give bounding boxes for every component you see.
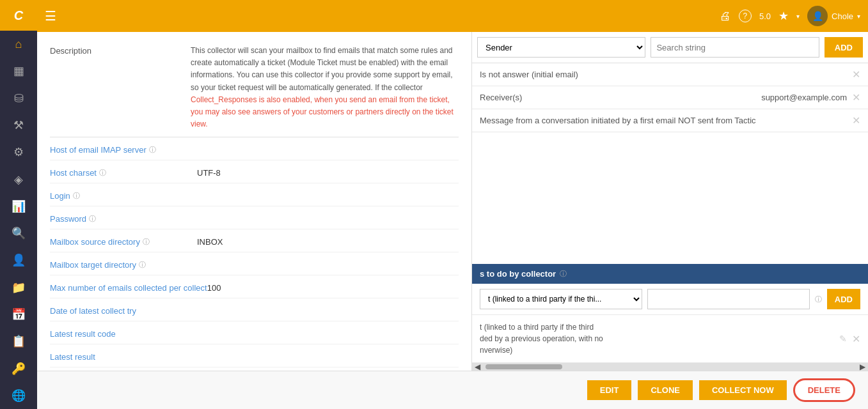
sidebar-item-reports[interactable]: 📊 — [0, 193, 37, 220]
date-latest-row: Date of latest collect try — [50, 298, 459, 321]
chart-icon: 📊 — [12, 199, 26, 213]
action-value-input[interactable] — [647, 289, 810, 309]
topbar: ☰ 🖨 ? 5.0 ★ ▾ 👤 Chole ▾ — [37, 0, 868, 32]
mailbox-source-row: Mailbox source directory ⓘ INBOX — [50, 229, 459, 252]
scroll-thumb[interactable] — [485, 364, 562, 369]
filter-row: Sender Receiver(s) Subject Body ADD — [472, 32, 868, 63]
condition-delete-icon-3[interactable]: ✕ — [852, 114, 860, 127]
shield-icon: ◈ — [14, 173, 23, 187]
login-info-icon[interactable]: ⓘ — [73, 191, 80, 201]
grid-icon: ▦ — [13, 64, 24, 78]
sidebar-item-folder[interactable]: 📁 — [0, 274, 37, 301]
sidebar-item-home[interactable]: ⌂ — [0, 31, 37, 58]
globe-icon: 🌐 — [12, 389, 26, 403]
sidebar-item-globe[interactable]: 🌐 — [0, 382, 37, 409]
login-label: Login ⓘ — [50, 189, 197, 201]
condition-item: Is not answer (initial email) ✕ — [472, 63, 868, 86]
content-area: Description This collector will scan you… — [37, 32, 868, 371]
edit-button[interactable]: EDIT — [587, 380, 632, 400]
action-add-row: t (linked to a third party if the thi...… — [472, 284, 868, 315]
filter-select[interactable]: Sender Receiver(s) Subject Body — [477, 37, 645, 58]
condition-text-3: Message from a conversation initiated by… — [480, 116, 847, 125]
tools-icon: ⚒ — [13, 118, 24, 132]
action-info-icon[interactable]: ⓘ — [815, 295, 822, 304]
database-icon: ⛁ — [14, 91, 24, 105]
sidebar-item-search[interactable]: 🔍 — [0, 220, 37, 247]
folder-icon: 📁 — [12, 281, 26, 295]
topbar-actions: 🖨 ? 5.0 ★ ▾ 👤 Chole ▾ — [720, 6, 860, 26]
scroll-right-icon[interactable]: ▶ — [857, 362, 868, 371]
search-input[interactable] — [651, 37, 819, 58]
max-emails-value: 100 — [207, 281, 221, 293]
star-icon[interactable]: ★ — [778, 9, 789, 23]
mailbox-target-info-icon[interactable]: ⓘ — [139, 260, 146, 270]
password-label: Password ⓘ — [50, 212, 197, 224]
form-section: Description This collector will scan you… — [37, 32, 471, 371]
sidebar-item-security[interactable]: ◈ — [0, 166, 37, 192]
calendar-icon: 📅 — [12, 307, 26, 321]
sidebar-item-dashboard[interactable]: ▦ — [0, 58, 37, 84]
login-row: Login ⓘ — [50, 183, 459, 206]
host-charset-info-icon[interactable]: ⓘ — [99, 168, 106, 178]
condition-text-2: Receiver(s) — [480, 93, 756, 102]
latest-result-label: Latest result — [50, 350, 197, 362]
mailbox-source-info-icon[interactable]: ⓘ — [143, 237, 150, 247]
scroll-left-icon[interactable]: ◀ — [472, 362, 483, 371]
sidebar-item-database[interactable]: ⛁ — [0, 85, 37, 112]
print-icon[interactable]: 🖨 — [720, 10, 731, 23]
password-row: Password ⓘ — [50, 206, 459, 229]
user-chevron-icon: ▾ — [857, 13, 860, 20]
action-delete-icon[interactable]: ✕ — [852, 333, 860, 345]
password-info-icon[interactable]: ⓘ — [89, 214, 96, 224]
logo-text: C — [14, 8, 23, 23]
mailbox-source-label: Mailbox source directory ⓘ — [50, 235, 197, 247]
condition-delete-icon-2[interactable]: ✕ — [852, 91, 860, 104]
sidebar-item-key[interactable]: 🔑 — [0, 355, 37, 382]
help-icon[interactable]: ? — [739, 10, 752, 22]
key-icon: 🔑 — [12, 362, 26, 376]
host-imap-info-icon[interactable]: ⓘ — [149, 145, 156, 155]
clone-button[interactable]: CLONE — [638, 380, 693, 400]
host-charset-label: Host charset ⓘ — [50, 166, 197, 178]
add-filter-button[interactable]: ADD — [825, 37, 863, 58]
sidebar-item-settings[interactable]: ⚙ — [0, 139, 37, 166]
avatar: 👤 — [807, 6, 828, 26]
description-label: Description — [50, 45, 178, 130]
max-emails-row: Max number of emails collected per colle… — [50, 275, 459, 298]
menu-icon[interactable]: ☰ — [45, 8, 56, 24]
actions-info-icon[interactable]: ⓘ — [560, 269, 567, 279]
host-charset-row: Host charset ⓘ UTF-8 — [50, 160, 459, 183]
settings-icon: ⚙ — [13, 145, 24, 159]
actions-section-header: s to do by collector ⓘ — [472, 264, 868, 284]
action-type-select[interactable]: t (linked to a third party if the thi...… — [480, 289, 642, 309]
username-label: Chole — [832, 12, 853, 21]
delete-button[interactable]: DELETE — [793, 378, 855, 402]
host-imap-label: Host of email IMAP server ⓘ — [50, 143, 197, 155]
description-block: Description This collector will scan you… — [50, 38, 459, 137]
condition-delete-icon-1[interactable]: ✕ — [852, 68, 860, 81]
date-latest-label: Date of latest collect try — [50, 304, 197, 316]
condition-value-2: support@example.com — [761, 93, 847, 102]
condition-text-1: Is not answer (initial email) — [480, 70, 847, 79]
condition-item: Receiver(s) support@example.com ✕ — [472, 86, 868, 109]
user-menu[interactable]: 👤 Chole ▾ — [807, 6, 860, 26]
host-imap-row: Host of email IMAP server ⓘ — [50, 137, 459, 160]
mailbox-target-row: Mailbox target directory ⓘ — [50, 252, 459, 275]
mailbox-source-value: INBOX — [197, 235, 223, 247]
sidebar-item-user[interactable]: 👤 — [0, 247, 37, 274]
add-action-button[interactable]: ADD — [827, 289, 860, 309]
star-chevron-icon[interactable]: ▾ — [796, 13, 800, 20]
sidebar-item-clipboard[interactable]: 📋 — [0, 328, 37, 355]
sidebar-logo[interactable]: C — [0, 0, 37, 31]
sidebar-item-tools[interactable]: ⚒ — [0, 112, 37, 139]
latest-result-row: Latest result — [50, 344, 459, 367]
scroll-track — [485, 364, 855, 369]
horizontal-scrollbar[interactable]: ◀ ▶ — [472, 363, 868, 371]
action-edit-icon[interactable]: ✎ — [839, 334, 847, 344]
collect-now-button[interactable]: COLLECT NOW — [699, 380, 787, 400]
host-charset-value: UTF-8 — [197, 166, 221, 178]
conditions-list: Is not answer (initial email) ✕ Receiver… — [472, 63, 868, 264]
right-panel: Sender Receiver(s) Subject Body ADD Is n… — [471, 32, 868, 371]
bottom-bar: EDIT CLONE COLLECT NOW DELETE — [37, 371, 868, 409]
sidebar-item-calendar[interactable]: 📅 — [0, 301, 37, 328]
